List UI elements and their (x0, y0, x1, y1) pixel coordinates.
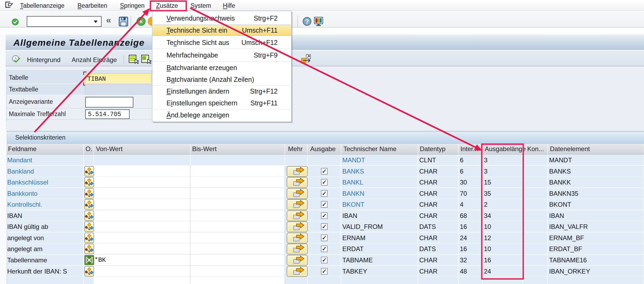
svg-text:«: « (139, 18, 143, 25)
svg-text:?: ? (305, 18, 309, 25)
